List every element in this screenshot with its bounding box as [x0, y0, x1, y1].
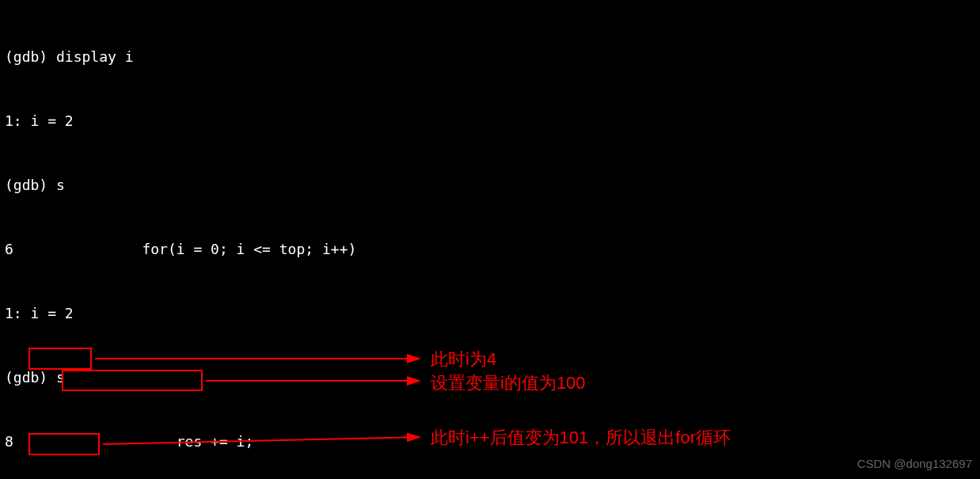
terminal-line: (gdb) s: [5, 174, 975, 196]
watermark: CSDN @dong132697: [857, 453, 972, 474]
terminal-line: 6 for(i = 0; i <= top; i++): [5, 238, 975, 260]
terminal-line: 1: i = 2: [5, 302, 975, 324]
terminal-output: (gdb) display i 1: i = 2 (gdb) s 6 for(i…: [0, 0, 980, 479]
terminal-line: 1: i = 2: [5, 110, 975, 131]
annotation-text: 此时i++后值变为101，所以退出for循环: [431, 427, 731, 448]
annotation-text: 此时i为4: [431, 348, 496, 370]
annotation-text: 设置变量i的值为100: [431, 372, 586, 393]
terminal-line: (gdb) display i: [5, 46, 975, 67]
